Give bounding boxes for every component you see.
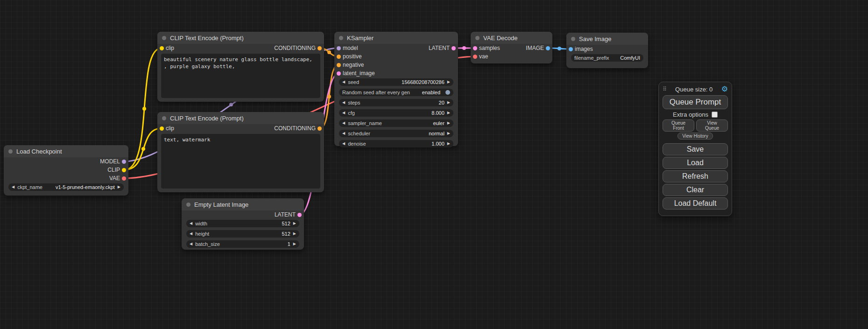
prompt-textarea[interactable]: text, watermark (161, 134, 320, 189)
output-slot-conditioning[interactable] (318, 46, 322, 50)
arrow-right-icon[interactable]: ▶ (293, 242, 296, 246)
collapse-dot-icon[interactable] (186, 203, 191, 207)
input-slot-vae[interactable] (473, 55, 477, 59)
node-load-checkpoint[interactable]: Load Checkpoint MODEL CLIP VAE ◀ ckpt_na… (4, 145, 128, 196)
widget-cfg[interactable]: ◀ cfg 8.000 ▶ (339, 109, 453, 117)
output-slot-clip[interactable] (122, 168, 126, 172)
output-slot-conditioning[interactable] (318, 126, 322, 131)
load-button[interactable]: Load (663, 157, 728, 169)
arrow-left-icon[interactable]: ◀ (190, 222, 192, 225)
settings-gear-icon[interactable]: ⚙ (721, 85, 728, 93)
output-slot-image[interactable] (546, 46, 550, 50)
widget-value: enabled (422, 90, 440, 95)
widget-scheduler[interactable]: ◀ scheduler normal ▶ (339, 130, 453, 137)
output-slot-latent[interactable] (297, 213, 302, 217)
node-title-bar[interactable]: KSampler (334, 32, 458, 44)
widget-height[interactable]: ◀ height 512 ▶ (186, 230, 299, 238)
node-empty-latent-image[interactable]: Empty Latent Image LATENT ◀ width 512 ▶ … (182, 198, 304, 250)
input-slot-latent-image[interactable] (337, 71, 341, 76)
arrow-right-icon[interactable]: ▶ (293, 232, 296, 236)
output-slot-latent[interactable] (452, 46, 456, 50)
collapse-dot-icon[interactable] (475, 36, 480, 40)
arrow-right-icon[interactable]: ▶ (447, 142, 450, 146)
slot-row: model LATENT (334, 44, 458, 52)
collapse-dot-icon[interactable] (162, 116, 166, 120)
node-clip-text-encode-positive[interactable]: CLIP Text Encode (Prompt) clip CONDITION… (157, 32, 324, 102)
output-slot-vae[interactable] (122, 176, 126, 181)
node-save-image[interactable]: Save Image images filename_prefix ComfyU… (566, 33, 648, 68)
arrow-right-icon[interactable]: ▶ (447, 111, 450, 115)
arrow-left-icon[interactable]: ◀ (12, 185, 14, 189)
arrow-left-icon[interactable]: ◀ (342, 142, 345, 146)
input-slot-clip[interactable] (160, 126, 164, 131)
input-slot-negative[interactable] (337, 63, 341, 67)
widget-seed[interactable]: ◀ seed 156680208700286 ▶ (339, 78, 453, 86)
arrow-right-icon[interactable]: ▶ (447, 80, 450, 84)
arrow-left-icon[interactable]: ◀ (190, 232, 192, 236)
arrow-right-icon[interactable]: ▶ (118, 185, 120, 189)
arrow-left-icon[interactable]: ◀ (342, 80, 345, 84)
load-default-button[interactable]: Load Default (663, 197, 728, 210)
node-title-bar[interactable]: Save Image (566, 33, 648, 45)
node-title-bar[interactable]: CLIP Text Encode (Prompt) (157, 32, 324, 44)
widget-label: denoise (348, 141, 366, 147)
widget-random-seed-toggle[interactable]: Random seed after every gen enabled (339, 89, 453, 96)
drag-handle-icon[interactable]: ⠿ (663, 86, 667, 92)
queue-size-label: Queue size: 0 (667, 86, 721, 93)
widget-value: euler (433, 120, 444, 126)
arrow-right-icon[interactable]: ▶ (447, 132, 450, 135)
input-slot-model[interactable] (337, 46, 341, 50)
queue-prompt-button[interactable]: Queue Prompt (663, 95, 728, 109)
slot-row: VAE (4, 174, 128, 182)
view-history-button[interactable]: View History (677, 133, 713, 140)
collapse-dot-icon[interactable] (571, 37, 575, 41)
widget-label: scheduler (348, 131, 370, 136)
widget-denoise[interactable]: ◀ denoise 1.000 ▶ (339, 140, 453, 147)
arrow-left-icon[interactable]: ◀ (342, 111, 345, 115)
arrow-left-icon[interactable]: ◀ (190, 242, 192, 246)
prompt-textarea[interactable]: beautiful scenery nature glass bottle la… (161, 54, 320, 98)
widget-batch-size[interactable]: ◀ batch_size 1 ▶ (186, 240, 299, 248)
toggle-knob-icon[interactable] (445, 90, 450, 95)
node-title-bar[interactable]: VAE Decode (471, 32, 552, 44)
queue-front-button[interactable]: Queue Front (663, 119, 694, 132)
clear-button[interactable]: Clear (663, 184, 728, 196)
save-button[interactable]: Save (663, 143, 728, 155)
link-dot-clip-2 (141, 147, 145, 151)
widget-value: 512 (282, 231, 290, 237)
input-slot-samples[interactable] (473, 46, 477, 50)
refresh-button[interactable]: Refresh (663, 170, 728, 182)
output-label: CLIP (107, 167, 120, 173)
arrow-right-icon[interactable]: ▶ (293, 222, 296, 225)
widget-width[interactable]: ◀ width 512 ▶ (186, 220, 299, 227)
output-slot-model[interactable] (122, 160, 126, 164)
arrow-left-icon[interactable]: ◀ (342, 132, 345, 135)
input-slot-clip[interactable] (160, 46, 164, 50)
node-title-bar[interactable]: Empty Latent Image (182, 198, 304, 210)
collapse-dot-icon[interactable] (8, 149, 13, 154)
widget-sampler-name[interactable]: ◀ sampler_name euler ▶ (339, 119, 453, 127)
arrow-right-icon[interactable]: ▶ (447, 101, 450, 105)
widget-label: ckpt_name (17, 184, 42, 190)
node-clip-text-encode-negative[interactable]: CLIP Text Encode (Prompt) clip CONDITION… (157, 112, 324, 192)
extra-options-checkbox[interactable] (712, 112, 718, 118)
arrow-right-icon[interactable]: ▶ (447, 121, 450, 125)
widget-filename-prefix[interactable]: filename_prefix ComfyUI (571, 54, 643, 62)
arrow-left-icon[interactable]: ◀ (342, 101, 345, 105)
node-vae-decode[interactable]: VAE Decode samples IMAGE vae (471, 32, 552, 63)
input-slot-images[interactable] (569, 47, 573, 51)
collapse-dot-icon[interactable] (339, 36, 343, 40)
view-queue-button[interactable]: View Queue (696, 119, 728, 132)
slot-row: clip CONDITIONING (157, 44, 324, 52)
widget-steps[interactable]: ◀ steps 20 ▶ (339, 99, 453, 106)
widget-label: Random seed after every gen (342, 90, 410, 95)
widget-value: 1 (288, 241, 290, 247)
input-slot-positive[interactable] (337, 55, 341, 59)
collapse-dot-icon[interactable] (162, 36, 166, 40)
node-title-bar[interactable]: Load Checkpoint (4, 145, 128, 157)
link-dot-samples (462, 46, 466, 50)
node-title-bar[interactable]: CLIP Text Encode (Prompt) (157, 112, 324, 124)
widget-ckpt-name[interactable]: ◀ ckpt_name v1-5-pruned-emaonly.ckpt ▶ (8, 183, 124, 191)
node-ksampler[interactable]: KSampler model LATENT positive negative … (334, 32, 458, 146)
arrow-left-icon[interactable]: ◀ (342, 121, 345, 125)
